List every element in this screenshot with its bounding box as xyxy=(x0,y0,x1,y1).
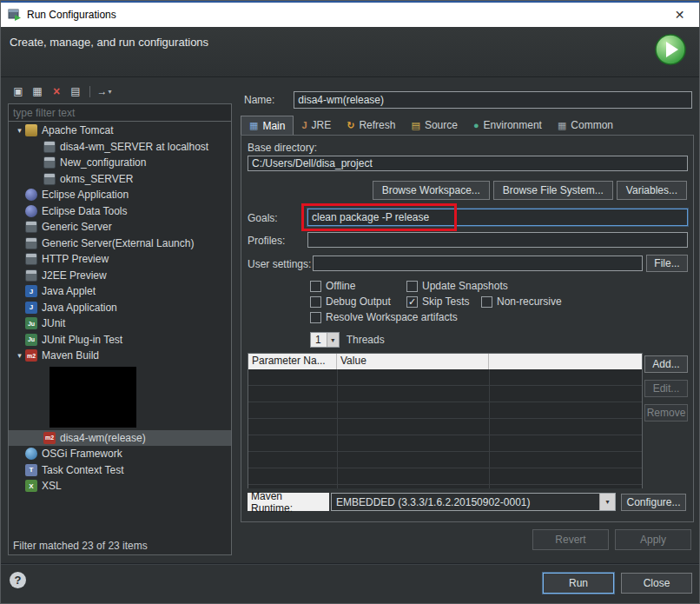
column-header-value[interactable]: Value xyxy=(337,354,489,369)
browse-workspace-button[interactable]: Browse Workspace... xyxy=(373,181,490,200)
filter-input[interactable] xyxy=(9,104,231,122)
tree-item-apache-tomcat[interactable]: ▾Apache Tomcat xyxy=(9,123,231,139)
expand-arrow-icon[interactable]: ▾ xyxy=(14,126,25,135)
tree-item-java-applet[interactable]: JJava Applet xyxy=(9,283,231,300)
skip-tests-checkbox[interactable]: ✓Skip Tests xyxy=(406,295,469,308)
debug-output-checkbox[interactable]: Debug Output xyxy=(310,295,391,308)
configure-button[interactable]: Configure... xyxy=(621,494,686,511)
name-input[interactable] xyxy=(294,91,692,109)
resolve-workspace-artifacts-checkbox[interactable]: Resolve Workspace artifacts xyxy=(310,311,458,323)
dropdown-caret-icon: ▾ xyxy=(108,88,111,96)
checkbox-row: Resolve Workspace artifacts xyxy=(241,311,693,325)
tree-item-generic-server[interactable]: Generic Server xyxy=(9,219,231,236)
base-directory-label: Base directory: xyxy=(248,142,317,154)
non-recursive-checkbox[interactable]: Non-recursive xyxy=(481,295,562,308)
tab-main[interactable]: ▦Main xyxy=(241,116,294,135)
file-button[interactable]: File... xyxy=(646,255,688,272)
checkbox-box-checked[interactable]: ✓ xyxy=(406,296,418,308)
add-parameter-button[interactable]: Add... xyxy=(644,355,688,373)
tab-label: Source xyxy=(425,119,458,131)
tree-item-disa4-wm-server[interactable]: disa4-wm_SERVER at localhost xyxy=(9,139,231,156)
parameters-table-body[interactable] xyxy=(248,369,642,488)
run-button[interactable]: Run xyxy=(543,573,614,594)
profiles-input[interactable] xyxy=(307,232,688,248)
tree-item-j2ee-preview[interactable]: J2EE Preview xyxy=(9,268,231,284)
base-directory-input[interactable] xyxy=(248,156,688,171)
checkbox-label: Offline xyxy=(326,280,355,292)
checkbox-label: Update Snapshots xyxy=(422,280,508,292)
refresh-tab-icon: ↻ xyxy=(347,120,354,131)
chevron-down-icon[interactable]: ▾ xyxy=(599,494,615,510)
remove-parameter-button[interactable]: Remove xyxy=(644,404,688,421)
tab-jre[interactable]: JJRE xyxy=(294,116,339,135)
checkbox-box[interactable] xyxy=(406,281,418,292)
column-header-parameter-name[interactable]: Parameter Na... xyxy=(248,354,337,369)
tree-item-label: JUnit Plug-in Test xyxy=(42,334,122,346)
tree-item-java-application[interactable]: JJava Application xyxy=(9,300,231,316)
tree-item-http-preview[interactable]: HTTP Preview xyxy=(9,251,231,268)
apply-button[interactable]: Apply xyxy=(615,529,691,550)
tab-source[interactable]: ▤Source xyxy=(403,116,465,135)
tab-label: JRE xyxy=(312,119,332,131)
tree-item-eclipse-data-tools[interactable]: Eclipse Data Tools xyxy=(9,203,231,220)
browse-file-system-button[interactable]: Browse File System... xyxy=(493,181,613,200)
duplicate-configuration-icon[interactable]: ▦ xyxy=(29,83,46,99)
window-close-icon[interactable]: ✕ xyxy=(660,3,699,27)
server-icon xyxy=(43,173,56,185)
checkbox-box[interactable] xyxy=(481,296,492,308)
tree-item-junit[interactable]: JuJUnit xyxy=(9,315,231,332)
tree-item-redacted[interactable] xyxy=(9,364,231,430)
offline-checkbox[interactable]: Offline xyxy=(310,280,355,292)
help-icon[interactable]: ? xyxy=(10,572,26,588)
server-icon xyxy=(43,156,56,169)
edit-parameter-button[interactable]: Edit... xyxy=(644,380,688,397)
tree-item-disa4-wm-release[interactable]: m2disa4-wm(release) xyxy=(9,430,231,447)
tree-item-osgi-framework[interactable]: OSGi Framework xyxy=(9,446,231,462)
checkbox-label: Debug Output xyxy=(326,295,391,308)
checkbox-label: Non-recursive xyxy=(497,295,562,308)
browse-button-row: Browse Workspace... Browse File System..… xyxy=(373,181,687,200)
tree-item-eclipse-application[interactable]: Eclipse Application xyxy=(9,187,231,203)
threads-spinner[interactable]: 1▾ xyxy=(310,332,340,348)
tab-label: Environment xyxy=(484,119,542,131)
run-configurations-app-icon xyxy=(8,8,22,22)
threads-row: 1▾ Threads xyxy=(310,332,385,348)
tree-item-okms-server[interactable]: okms_SERVER xyxy=(9,171,231,188)
chevron-down-icon[interactable]: ▾ xyxy=(327,333,339,347)
main-tab-content: Base directory: Browse Workspace... Brow… xyxy=(241,135,694,522)
maven-runtime-combo[interactable]: EMBEDDED (3.3.3/1.6.2.20150902-0001) ▾ xyxy=(331,493,616,511)
run-configurations-dialog: Run Configurations ✕ Create, manage, and… xyxy=(0,0,700,604)
checkbox-box[interactable] xyxy=(310,296,321,308)
tab-common[interactable]: ▦Common xyxy=(550,116,621,135)
filter-menu-icon[interactable]: →▾ xyxy=(96,83,113,99)
tree-item-maven-build[interactable]: ▾m2Maven Build xyxy=(9,348,231,364)
update-snapshots-checkbox[interactable]: Update Snapshots xyxy=(406,280,508,292)
goals-input[interactable] xyxy=(307,209,688,226)
tree-item-task-context-test[interactable]: TTask Context Test xyxy=(9,462,231,479)
configuration-detail-panel: Name: ▦Main JJRE ↻Refresh ▤Source ●Envir… xyxy=(237,84,694,554)
tab-refresh[interactable]: ↻Refresh xyxy=(339,116,403,135)
checkbox-box[interactable] xyxy=(310,281,321,292)
tree-item-label: Task Context Test xyxy=(42,464,124,476)
variables-button[interactable]: Variables... xyxy=(617,181,687,200)
tree-item-label: OSGi Framework xyxy=(42,448,122,460)
tree-item-label: Eclipse Data Tools xyxy=(42,205,128,217)
new-configuration-icon[interactable]: ▣ xyxy=(10,83,27,99)
tab-environment[interactable]: ●Environment xyxy=(466,116,550,135)
filter-status-text: Filter matched 23 of 23 items xyxy=(13,540,148,552)
checkbox-label: Resolve Workspace artifacts xyxy=(326,311,458,323)
dialog-header: Create, manage, and run configurations xyxy=(1,27,699,77)
checkbox-box[interactable] xyxy=(310,312,321,323)
profiles-label: Profiles: xyxy=(248,235,285,247)
tree-item-generic-server-external[interactable]: Generic Server(External Launch) xyxy=(9,236,231,252)
revert-button[interactable]: Revert xyxy=(532,529,609,550)
footer-divider xyxy=(1,563,699,564)
export-configuration-icon[interactable]: ▤ xyxy=(67,83,84,99)
tree-item-new-configuration[interactable]: New_configuration xyxy=(9,155,231,171)
expand-arrow-icon[interactable]: ▾ xyxy=(14,351,25,360)
tree-item-xsl[interactable]: XXSL xyxy=(9,478,231,494)
user-settings-input[interactable] xyxy=(313,256,643,271)
delete-configuration-icon[interactable]: × xyxy=(48,83,65,99)
tree-item-junit-plugin-test[interactable]: JuJUnit Plug-in Test xyxy=(9,332,231,348)
close-button[interactable]: Close xyxy=(621,573,692,594)
